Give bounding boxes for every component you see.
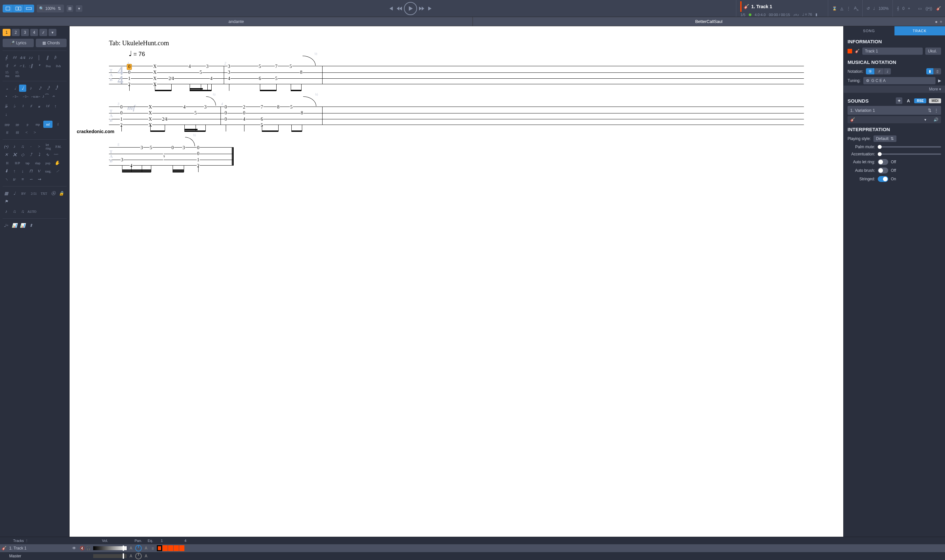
track-1-pan[interactable] (135, 545, 142, 551)
voice-2-button[interactable]: 2 (12, 29, 20, 36)
accentuation-slider[interactable] (878, 154, 941, 155)
master-pan-a-icon[interactable]: A (143, 554, 149, 558)
track-name-field[interactable]: Track 1 (862, 48, 923, 55)
harmonic-icon[interactable]: ◇ (19, 151, 26, 158)
bend-icon[interactable]: ⤴ (27, 151, 34, 158)
go-start-button[interactable] (387, 5, 395, 12)
grace2-icon[interactable]: ♫ (19, 143, 26, 150)
auto-label-icon[interactable]: AUTO (27, 208, 36, 215)
15mb-icon[interactable]: 15mb (13, 71, 22, 78)
more-menu-icon[interactable]: ⋮ (846, 6, 851, 11)
wide-vibrato-icon[interactable]: 〰 (52, 151, 59, 158)
palm-icon[interactable]: ✋ (54, 159, 61, 166)
auto-group-icon[interactable]: ♫ (19, 208, 26, 215)
plus-icon[interactable]: + (940, 19, 942, 24)
semitone-down-icon[interactable]: ↓ (3, 111, 10, 118)
auto-note-icon[interactable]: ♪ (3, 208, 10, 215)
automation-a-icon[interactable]: A (128, 546, 134, 551)
rse-badge[interactable]: RSE (914, 98, 926, 103)
slide-icon[interactable]: ⟋ (54, 168, 61, 175)
master-pan[interactable] (135, 553, 142, 559)
alt-ending-icon[interactable]: ⌐1. (19, 62, 26, 69)
track-1-eq-icon[interactable]: ⫼ (149, 546, 157, 551)
track-short-field[interactable]: Ukul. (925, 48, 941, 55)
tuning-fork-icon[interactable]: 𝄞 (897, 6, 899, 11)
hammerpull-icon[interactable]: H/P (13, 159, 22, 166)
voice-4-button[interactable]: 4 (30, 29, 38, 36)
zoom-control[interactable]: 🔍 100% ⇅ (37, 5, 64, 12)
instrument-icon[interactable]: 🎸 (936, 6, 941, 11)
semitone-up-icon[interactable]: ↑ (52, 103, 59, 110)
tap-icon[interactable]: tap (23, 159, 32, 166)
voice-3-button[interactable]: 3 (21, 29, 29, 36)
metronome-icon[interactable]: ▮ (816, 12, 817, 17)
arpeggio-icon[interactable]: ⇝ (35, 176, 43, 183)
mp-icon[interactable]: mp (33, 121, 42, 128)
grid-icon[interactable]: ⊞ (66, 5, 73, 12)
bv-icon[interactable]: BV (19, 190, 28, 197)
lock-icon[interactable]: 🔒 (58, 190, 65, 197)
sharp-icon[interactable]: ♯ (27, 103, 34, 110)
stems-up-button[interactable]: ▯ (934, 68, 941, 74)
fermata-icon[interactable]: 𝄐 (49, 93, 57, 100)
forward-button[interactable] (418, 5, 425, 12)
pan-auto-icon[interactable]: 📊 (19, 222, 26, 229)
loop-icon[interactable]: ↺ (866, 6, 870, 11)
bar-separator-icon[interactable]: │ (35, 54, 43, 61)
auto-beam-icon[interactable]: ♫ (11, 208, 18, 215)
voice-dropdown-icon[interactable]: ▾ (49, 29, 56, 36)
play-button[interactable] (404, 2, 417, 15)
p-icon[interactable]: p (23, 121, 32, 128)
eighth-note-icon[interactable]: ♪ (27, 85, 34, 92)
tremolo-bar-icon[interactable]: ⤵ (35, 151, 43, 158)
staccato-icon[interactable]: · (27, 143, 34, 150)
ppp-icon[interactable]: ppp (3, 121, 12, 128)
tuner-icon[interactable]: ((•)) (926, 6, 932, 11)
upstroke-icon[interactable]: ↑ (11, 168, 18, 175)
decrescendo-icon[interactable]: > (31, 129, 39, 136)
slide-in-icon[interactable]: ⟍ (3, 176, 10, 183)
trill-icon[interactable]: tr (11, 176, 18, 183)
font-size-icon[interactable]: AA (854, 6, 859, 11)
15ma-icon[interactable]: 15ma (3, 71, 12, 78)
track-instrument-icon[interactable]: 🎸 (855, 49, 860, 54)
coda-icon[interactable]: 𝄌 (35, 62, 43, 69)
flat-icon[interactable]: ♭ (11, 103, 18, 110)
stems-down-button[interactable]: ▮ (926, 68, 934, 74)
visibility-icon[interactable]: 👁 (69, 546, 79, 551)
flag-icon[interactable]: ⚑ (3, 198, 10, 205)
ff-icon[interactable]: ff (3, 129, 12, 136)
fretboard-diag-icon[interactable]: ▦ (3, 190, 10, 197)
layout-dropdown-icon[interactable]: ▾ (76, 5, 82, 12)
doublesharp-icon[interactable]: 𝄪 (35, 103, 43, 110)
track-1-volume[interactable] (93, 546, 126, 550)
go-end-button[interactable] (426, 5, 434, 12)
solo-icon[interactable]: 🎧 (86, 546, 91, 551)
sound-a-button[interactable]: A (905, 97, 911, 104)
master-row[interactable]: Master A A (0, 552, 945, 560)
bar-cell-1[interactable] (157, 545, 162, 551)
turn-icon[interactable]: ∽ (27, 176, 34, 183)
thirtysecond-note-icon[interactable]: 𝅘𝅥𝅰 (44, 85, 51, 92)
view-page-scroll[interactable] (24, 5, 34, 12)
sixteenth-note-icon[interactable]: 𝅘𝅥𝅯 (35, 85, 43, 92)
pick-up-icon[interactable]: ⊓ (27, 168, 34, 175)
repeat-open-icon[interactable]: 𝄆 (52, 54, 59, 61)
tracks-menu-icon[interactable]: ⋮ (25, 539, 29, 543)
dot-icon[interactable]: ● (935, 19, 937, 24)
double-bar-icon[interactable]: ‖ (44, 54, 51, 61)
view-page-single[interactable] (3, 5, 13, 12)
bar-cell-5[interactable] (179, 545, 184, 551)
pp-icon[interactable]: pp (13, 121, 22, 128)
sound-instrument-icon[interactable]: 🎸 (850, 117, 855, 122)
transpose-up-icon[interactable]: + (908, 6, 910, 11)
sharp-key-icon[interactable]: ♯♯ (11, 54, 18, 61)
tie-icon[interactable]: ♪⁀ (42, 93, 49, 100)
bar-cell-4[interactable] (174, 545, 179, 551)
dead-note-icon[interactable]: ✕ (3, 151, 10, 158)
auto-let-ring-toggle[interactable] (878, 159, 888, 165)
triplet-feel-icon[interactable]: ♪♪ (27, 54, 34, 61)
more-button[interactable]: More ▾ (843, 86, 945, 93)
dot-note-icon[interactable]: • (3, 93, 10, 100)
ghost-note-icon[interactable]: (•) (3, 143, 10, 150)
